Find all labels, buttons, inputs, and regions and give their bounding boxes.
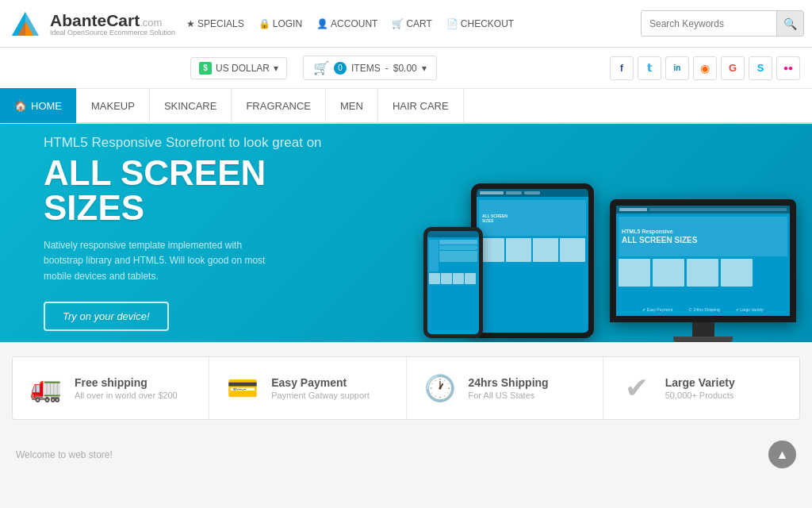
logo-brand: AbanteCart [50,11,140,30]
feature-free-shipping: 🚛 Free shipping All over in world over $… [13,357,209,419]
logo[interactable]: AbanteCart .com Ideal OpenSource Ecommer… [8,6,182,41]
checkmark-icon: ✔ [619,371,654,405]
search-box: 🔍 [641,10,804,37]
hero-banner: HTML5 Responsive Storefront to look grea… [0,124,812,342]
currency-label: US DOLLAR [216,63,270,74]
account-icon: 👤 [316,18,328,29]
feature-shipping-time: 🕐 24hrs Shipping For All US States [407,357,603,419]
nav-login[interactable]: 🔒 LOGIN [259,18,302,29]
feature-title: Free shipping [75,376,178,389]
hero-title: ALL SCREEN SIZES [44,156,345,225]
imac-mockup: HTML5 ResponsiveALL SCREEN SIZES ✔ Easy … [610,199,796,342]
feature-large-variety: ✔ Large Variety 50,000+ Products [603,357,799,419]
logo-icon [8,6,44,41]
feature-desc: Payment Gatway support [271,391,370,400]
feature-desc: For All US States [469,391,549,400]
features-section: 🚛 Free shipping All over in world over $… [0,342,812,434]
feature-title: Large Variety [665,376,735,389]
nav-cart[interactable]: 🛒 CART [392,18,431,29]
currency-caret-icon: ▾ [274,63,278,74]
feature-text: Free shipping All over in world over $20… [75,376,178,400]
clock-icon: 🕐 [423,373,458,403]
social-rss[interactable]: ◉ [693,56,717,80]
cart-widget[interactable]: 🛒 0 ITEMS - $0.00 ▾ [303,56,437,80]
hero-content: HTML5 Responsive Storefront to look grea… [0,124,389,342]
cart-widget-icon: 🛒 [313,60,329,75]
nav-hair-care[interactable]: HAIR CARE [378,88,464,123]
cart-separator: - [385,63,389,74]
cart-price: $0.00 [393,63,417,74]
nav-checkout[interactable]: 📄 CHECKOUT [446,18,514,29]
nav-men[interactable]: MEN [326,88,378,123]
star-icon: ★ [186,18,195,29]
social-skype[interactable]: S [749,56,772,80]
scroll-top-button[interactable]: ▲ [768,441,796,468]
nav-skincare[interactable]: SKINCARE [150,88,232,123]
cart-caret-icon: ▾ [422,63,427,74]
header: AbanteCart .com Ideal OpenSource Ecommer… [0,0,812,48]
currency-selector[interactable]: $ US DOLLAR ▾ [190,57,287,79]
footer-bar: Welcome to web store! ▲ [0,434,812,475]
logo-extension: .com [140,17,162,29]
cart-items-label: ITEMS [351,63,381,74]
checkout-icon: 📄 [446,18,458,29]
social-facebook[interactable]: f [610,56,634,80]
feature-text: 24hrs Shipping For All US States [469,376,549,400]
home-icon: 🏠 [14,100,27,112]
feature-title: Easy Payment [271,376,370,389]
nav-account[interactable]: 👤 ACCOUNT [316,18,377,29]
nav-specials[interactable]: ★ SPECIALS [186,18,244,29]
social-icons: f 𝕥 in ◉ G S ●● [610,56,800,80]
feature-text: Large Variety 50,000+ Products [665,376,735,400]
logo-tagline: Ideal OpenSource Ecommerce Solution [50,29,175,37]
currency-symbol-badge: $ [199,62,212,75]
social-google[interactable]: G [721,56,745,80]
nav-fragrance[interactable]: FRAGRANCE [232,88,326,123]
social-linkedin[interactable]: in [665,56,689,80]
hero-subtitle: HTML5 Responsive Storefront to look grea… [44,135,345,151]
feature-desc: All over in world over $200 [75,391,178,400]
truck-icon: 🚛 [29,373,63,403]
top-nav: ★ SPECIALS 🔒 LOGIN 👤 ACCOUNT 🛒 CART 📄 CH… [182,18,641,29]
welcome-text: Welcome to web store! [16,449,113,460]
social-twitter[interactable]: 𝕥 [638,56,661,80]
search-area: 🔍 [641,10,804,37]
search-input[interactable] [642,11,776,36]
device-mockups: ALL SCREENSIZES [400,124,804,342]
feature-desc: 50,000+ Products [665,391,735,400]
ipad-mockup: ALL SCREENSIZES [471,183,594,338]
social-flickr[interactable]: ●● [776,56,800,80]
main-navbar: 🏠 HOME MAKEUP SKINCARE FRAGRANCE MEN HAI… [0,89,812,124]
hero-try-button[interactable]: Try on your device! [44,302,169,331]
nav-home[interactable]: 🏠 HOME [0,88,76,123]
subheader: $ US DOLLAR ▾ 🛒 0 ITEMS - $0.00 ▾ f 𝕥 in… [0,48,812,89]
iphone-mockup [423,227,483,338]
feature-title: 24hrs Shipping [469,376,549,389]
feature-easy-payment: 💳 Easy Payment Payment Gatway support [209,357,406,419]
payment-icon: 💳 [225,373,260,403]
logo-text-area: AbanteCart .com Ideal OpenSource Ecommer… [50,11,175,37]
cart-count-badge: 0 [334,62,347,75]
features-grid: 🚛 Free shipping All over in world over $… [12,356,800,420]
lock-icon: 🔒 [259,18,270,29]
search-button[interactable]: 🔍 [776,11,803,36]
feature-text: Easy Payment Payment Gatway support [271,376,370,400]
cart-icon: 🛒 [392,18,404,29]
nav-makeup[interactable]: MAKEUP [76,88,150,123]
hero-description: Natively responsive template implemented… [44,238,274,284]
